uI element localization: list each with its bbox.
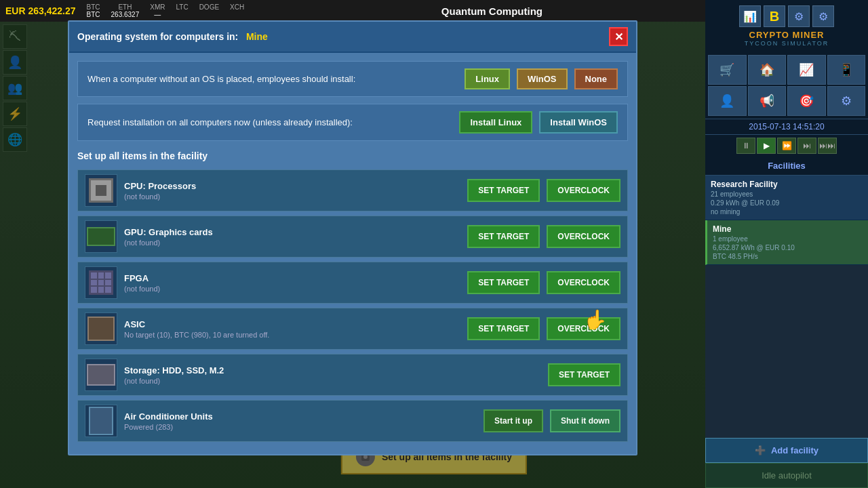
facility-mine-name: Mine <box>713 224 863 234</box>
modal-close-button[interactable]: ✕ <box>609 27 628 46</box>
ac-icon <box>85 405 117 437</box>
storage-status: (not found) <box>124 377 541 385</box>
crypto-eth: ETH263.6327 <box>111 3 140 18</box>
crypto-doge: DOGE <box>199 3 219 18</box>
crypto-ltc: LTC <box>176 3 188 18</box>
cpu-name: CPU: Processors <box>124 181 460 191</box>
install-winos-button[interactable]: Install WinOS <box>539 111 618 134</box>
ac-status: Powered (283) <box>124 423 477 431</box>
right-icons-grid: 🛒 🏠 📈 📱 👤 📢 🎯 ⚙ <box>705 52 868 119</box>
faster-button[interactable]: ⏭ <box>797 138 816 154</box>
modal-body: When a computer without an OS is placed,… <box>69 53 636 454</box>
ac-shut-button[interactable]: Shut it down <box>550 409 620 432</box>
gpu-icon <box>85 220 117 253</box>
datetime-display: 2015-07-13 14:51:20 <box>705 119 868 135</box>
modal-titlebar: Operating system for computers in: Mine … <box>69 22 636 53</box>
facility-research-mining: no mining <box>711 208 863 216</box>
facility-item-mine[interactable]: Mine 1 employee 6,652.87 kWh @ EUR 0.10 … <box>705 220 868 265</box>
right-icon-speaker[interactable]: 📢 <box>748 86 787 116</box>
storage-device-row: Storage: HDD, SSD, M.2 (not found) SET T… <box>77 354 628 396</box>
logo-icon-settings: ⚙ <box>788 5 810 27</box>
ac-name: Air Conditioner Units <box>124 411 477 422</box>
winos-os-button[interactable]: WinOS <box>517 68 568 89</box>
storage-name: Storage: HDD, SSD, M.2 <box>124 365 541 375</box>
install-linux-button[interactable]: Install Linux <box>459 111 532 134</box>
game-title: Quantum Computing <box>441 5 542 17</box>
right-icon-stats[interactable]: 📈 <box>787 55 826 85</box>
ac-info: Air Conditioner Units Powered (283) <box>124 411 477 431</box>
logo-text: Crypto MineR <box>711 30 863 40</box>
cpu-status: (not found) <box>124 192 460 201</box>
fpga-set-target-button[interactable]: SET TARGET <box>467 271 540 294</box>
gpu-overclock-button[interactable]: OVERCLOCK <box>547 225 620 248</box>
none-os-button[interactable]: None <box>574 68 618 89</box>
cpu-overclock-button[interactable]: OVERCLOCK <box>547 179 620 202</box>
modal-dialog: Operating system for computers in: Mine … <box>68 20 637 455</box>
facility-mine-employees: 1 employee <box>713 235 863 243</box>
facilities-header: Facilities <box>705 157 868 176</box>
gpu-set-target-button[interactable]: SET TARGET <box>467 225 540 248</box>
crypto-xch: XCH <box>230 3 244 18</box>
fast-forward-button[interactable]: ⏩ <box>777 138 796 154</box>
gpu-status: (not found) <box>124 239 460 247</box>
ac-start-button[interactable]: Start it up <box>484 409 543 432</box>
gpu-name: GPU: Graphics cards <box>124 227 460 237</box>
add-facility-button[interactable]: ➕ Add facility <box>705 438 868 463</box>
right-icon-target[interactable]: 🎯 <box>787 86 826 116</box>
gpu-icon-shape <box>87 227 115 246</box>
currency-display: EUR 263,422.27 <box>5 5 76 16</box>
idle-autopilot-button[interactable]: Idle autopilot <box>705 463 868 488</box>
right-icon-gear[interactable]: ⚙ <box>827 86 866 116</box>
fpga-status: (not found) <box>124 285 460 293</box>
cpu-info: CPU: Processors (not found) <box>124 181 460 201</box>
asic-info: ASIC No target (10), BTC (980), 10 are t… <box>124 319 460 339</box>
cpu-set-target-button[interactable]: SET TARGET <box>467 179 540 202</box>
storage-set-target-button[interactable]: SET TARGET <box>548 363 620 386</box>
asic-device-row: ASIC No target (10), BTC (980), 10 are t… <box>77 308 628 350</box>
fpga-info: FPGA (not found) <box>124 273 460 293</box>
linux-os-button[interactable]: Linux <box>465 68 510 89</box>
facility-research-power: 0.29 kWh @ EUR 0.09 <box>711 199 863 207</box>
right-icon-person[interactable]: 👤 <box>708 86 747 116</box>
game-logo: 📊 B ⚙ ⚙ Crypto MineR Tycoon Simulator <box>705 0 868 52</box>
logo-icon-b: B <box>764 5 785 27</box>
os-selection-section: When a computer without an OS is placed,… <box>77 61 628 97</box>
logo-icon-gear2: ⚙ <box>812 5 834 27</box>
right-icon-shop[interactable]: 🛒 <box>708 55 747 85</box>
modal-facility-name: Mine <box>246 31 268 42</box>
facility-item-research[interactable]: Research Facility 21 employees 0.29 kWh … <box>705 176 868 220</box>
right-icon-building[interactable]: 🏠 <box>748 55 787 85</box>
play-button[interactable]: ▶ <box>757 138 776 154</box>
cpu-icon <box>85 174 117 207</box>
fpga-overclock-button[interactable]: OVERCLOCK <box>547 271 620 294</box>
facility-research-name: Research Facility <box>711 180 863 189</box>
asic-set-target-button[interactable]: SET TARGET <box>467 317 540 340</box>
playback-controls: ⏸ ▶ ⏩ ⏭ ⏭⏭ <box>705 135 868 157</box>
top-bar: EUR 263,422.27 BTCBTC ETH263.6327 XMR— L… <box>0 0 705 22</box>
facility-mine-hashrate: BTC 48.5 PH/s <box>713 253 863 260</box>
gpu-info: GPU: Graphics cards (not found) <box>124 227 460 247</box>
right-icon-mobile[interactable]: 📱 <box>827 55 866 85</box>
logo-icons: 📊 B ⚙ ⚙ <box>711 5 863 27</box>
add-facility-icon: ➕ <box>755 445 766 455</box>
crypto-xmr: XMR— <box>150 3 165 18</box>
facility-mine-power: 6,652.87 kWh @ EUR 0.10 <box>713 244 863 251</box>
asic-icon-shape <box>87 317 115 341</box>
modal-title: Operating system for computers in: Mine <box>77 31 268 42</box>
pause-button[interactable]: ⏸ <box>736 138 755 154</box>
install-section: Request installation on all computers no… <box>77 104 628 141</box>
asic-status: No target (10), BTC (980), 10 are turned… <box>124 331 460 339</box>
ac-device-row: Air Conditioner Units Powered (283) Star… <box>77 400 628 442</box>
cpu-icon-shape <box>89 178 113 203</box>
hdd-icon-shape <box>87 364 115 386</box>
asic-icon <box>85 312 117 345</box>
gpu-device-row: GPU: Graphics cards (not found) SET TARG… <box>77 216 628 258</box>
fastest-button[interactable]: ⏭⏭ <box>818 138 837 154</box>
fpga-device-row: FPGA (not found) SET TARGET OVERCLOCK <box>77 262 628 304</box>
asic-name: ASIC <box>124 319 460 329</box>
asic-overclock-button[interactable]: OVERCLOCK <box>547 317 620 340</box>
idle-autopilot-label: Idle autopilot <box>762 470 812 481</box>
facility-research-employees: 21 employees <box>711 190 863 198</box>
crypto-prices: BTCBTC ETH263.6327 XMR— LTC DOGE XCH <box>87 3 245 18</box>
storage-info: Storage: HDD, SSD, M.2 (not found) <box>124 365 541 385</box>
